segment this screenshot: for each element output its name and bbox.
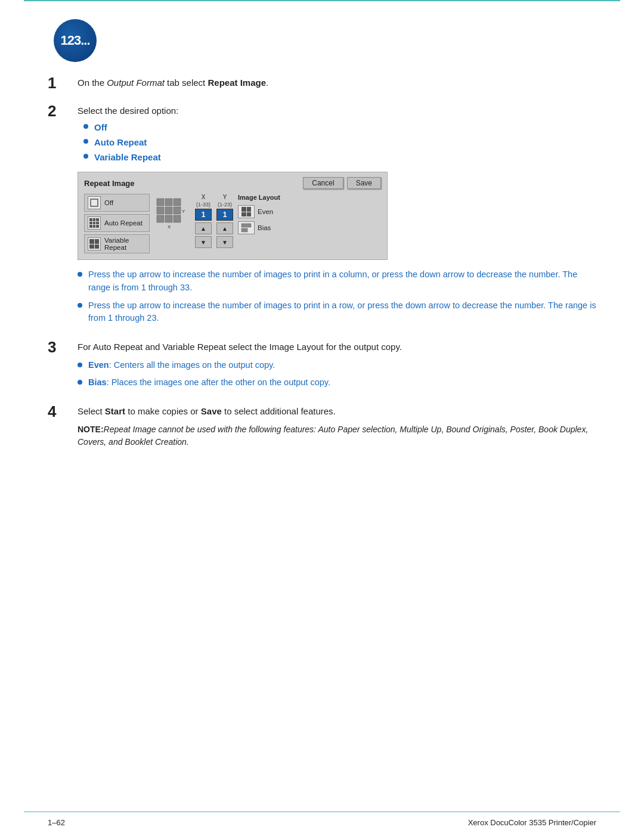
svg-rect-4 (157, 207, 164, 214)
svg-rect-0 (91, 199, 98, 206)
x-label: X (202, 194, 206, 200)
footer: 1–62 Xerox DocuColor 3535 Printer/Copier (0, 812, 644, 833)
off-icon (88, 196, 101, 209)
auto-repeat-icon (88, 216, 101, 230)
option-variable-repeat[interactable]: Variable Repeat (84, 234, 150, 253)
y-spinner: Y (1-23) 1 ▲ ▼ (216, 194, 233, 248)
bias-text: Bias: Places the images one after the ot… (88, 376, 330, 389)
step-3-content: For Auto Repeat and Variable Repeat sele… (78, 340, 596, 394)
svg-rect-1 (157, 199, 164, 206)
svg-rect-2 (165, 199, 172, 206)
option-auto-label: Auto Repeat (104, 219, 143, 227)
y-arrows: ▲ ▼ (216, 222, 233, 248)
step-1-content: On the Output Format tab select Repeat I… (78, 76, 596, 94)
step-3-even: Even: Centers all the images on the outp… (78, 359, 596, 372)
step-2-block: 2 Select the desired option: Off Auto Re… (48, 104, 596, 330)
layout-bias[interactable]: Bias (238, 221, 286, 234)
layout-even[interactable]: Even (238, 205, 286, 218)
bullet-variable-repeat: Variable Repeat (83, 151, 596, 163)
blue-dot-2 (78, 303, 82, 308)
svg-rect-3 (174, 199, 181, 206)
even-text: Even: Centers all the images on the outp… (88, 359, 275, 372)
bullet-dot-off (83, 124, 88, 129)
bullet-auto-repeat: Auto Repeat (83, 136, 596, 148)
svg-rect-13 (242, 228, 247, 232)
y-up-arrow[interactable]: ▲ (216, 222, 233, 234)
options-column: Off Auto Repeat (84, 194, 150, 253)
x-arrows: ▲ ▼ (195, 222, 212, 248)
blue-dot-even (78, 363, 82, 367)
y-value: 1 (216, 209, 233, 221)
note-italic-text: Repeat Image cannot be used with the fol… (78, 425, 588, 447)
option-off-label: Off (104, 199, 113, 206)
svg-text:Y: Y (182, 209, 185, 214)
note-label: NOTE: (78, 425, 104, 434)
bullet-dot-variable (83, 154, 88, 159)
page-number: 1–62 (48, 818, 65, 827)
svg-rect-8 (165, 215, 172, 222)
step-3-text: For Auto Repeat and Variable Repeat sele… (78, 340, 596, 354)
note-block: NOTE:Repeat Image cannot be used with th… (78, 423, 596, 448)
product-name: Xerox DocuColor 3535 Printer/Copier (468, 818, 596, 827)
image-layout-column: Image Layout Even (238, 194, 286, 234)
svg-text:X: X (168, 224, 171, 230)
dialog-box: Repeat Image Cancel Save (78, 172, 388, 260)
step-2-bullet-list: Off Auto Repeat Variable Repeat (83, 121, 596, 163)
bullet-dot-auto (83, 139, 88, 144)
save-button[interactable]: Save (347, 177, 381, 189)
blue-dot-bias (78, 380, 82, 385)
y-range: (1-23) (218, 202, 232, 208)
x-spinner: X (1-33) 1 ▲ ▼ (195, 194, 212, 248)
svg-rect-5 (165, 207, 172, 214)
step-2-number: 2 (48, 102, 78, 120)
step-3-bias: Bias: Places the images one after the ot… (78, 376, 596, 389)
bullet-off: Off (83, 121, 596, 134)
x-down-arrow[interactable]: ▼ (195, 236, 212, 248)
step-2-content: Select the desired option: Off Auto Repe… (78, 104, 596, 330)
step-4-number: 4 (48, 402, 78, 421)
preview-area: X Y (154, 196, 190, 232)
layout-title: Image Layout (238, 194, 286, 201)
option-variable-label: Variable Repeat (104, 237, 129, 251)
step-3-block: 3 For Auto Repeat and Variable Repeat se… (48, 340, 596, 394)
step-2-notes-list: Press the up arrow to increase the numbe… (78, 268, 596, 325)
option-off[interactable]: Off (84, 194, 150, 212)
step-1-text: On the Output Format tab select Repeat I… (78, 76, 596, 90)
footer-content: 1–62 Xerox DocuColor 3535 Printer/Copier (0, 812, 644, 833)
layout-bias-label: Bias (258, 224, 271, 231)
step-3-bullets: Even: Centers all the images on the outp… (78, 359, 596, 390)
note-y-text: Press the up arrow to increase the numbe… (88, 299, 596, 326)
note-y-row: Press the up arrow to increase the numbe… (78, 299, 596, 326)
svg-rect-12 (242, 224, 251, 227)
svg-rect-9 (174, 215, 181, 222)
even-icon (238, 205, 255, 218)
dialog-header: Repeat Image Cancel Save (84, 177, 381, 189)
blue-dot-1 (78, 272, 82, 277)
note-x-column: Press the up arrow to increase the numbe… (78, 268, 596, 295)
y-down-arrow[interactable]: ▼ (216, 236, 233, 248)
logo-badge: 123... (54, 19, 97, 62)
cancel-button[interactable]: Cancel (303, 177, 343, 189)
svg-rect-7 (157, 215, 164, 222)
svg-rect-6 (174, 207, 181, 214)
step-3-number: 3 (48, 338, 78, 357)
step-4-block: 4 Select Start to make copies or Save to… (48, 405, 596, 448)
logo-text: 123... (60, 33, 89, 48)
x-up-arrow[interactable]: ▲ (195, 222, 212, 234)
x-value: 1 (195, 209, 212, 221)
step-4-content: Select Start to make copies or Save to s… (78, 405, 596, 448)
dialog-body: Off Auto Repeat (84, 194, 381, 253)
option-auto-repeat[interactable]: Auto Repeat (84, 214, 150, 232)
dialog-title: Repeat Image (84, 179, 135, 188)
step-1-block: 1 On the Output Format tab select Repeat… (48, 76, 596, 94)
dialog-buttons: Cancel Save (303, 177, 381, 189)
step-2-text: Select the desired option: (78, 104, 596, 118)
step-4-text: Select Start to make copies or Save to s… (78, 405, 596, 419)
x-range: (1-33) (196, 202, 210, 208)
layout-even-label: Even (258, 208, 273, 215)
note-x-text: Press the up arrow to increase the numbe… (88, 268, 596, 295)
variable-repeat-icon (88, 237, 101, 250)
step-1-number: 1 (48, 74, 78, 92)
bias-icon (238, 221, 255, 234)
y-label: Y (223, 194, 227, 200)
